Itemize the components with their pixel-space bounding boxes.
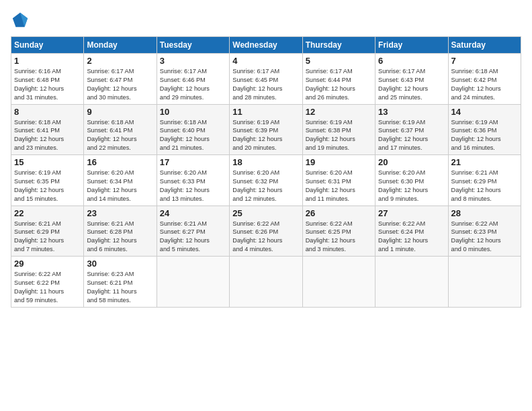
day-info: Sunrise: 6:19 AM Sunset: 6:38 PM Dayligh… <box>306 118 372 153</box>
calendar-cell: 26Sunrise: 6:22 AM Sunset: 6:25 PM Dayli… <box>302 205 375 257</box>
day-number: 23 <box>87 208 153 218</box>
day-number: 3 <box>160 56 226 66</box>
day-number: 15 <box>14 157 81 167</box>
calendar-week-row: 22Sunrise: 6:21 AM Sunset: 6:29 PM Dayli… <box>11 205 521 257</box>
day-number: 19 <box>306 157 372 167</box>
calendar-cell: 6Sunrise: 6:17 AM Sunset: 6:43 PM Daylig… <box>375 54 448 105</box>
calendar-cell <box>230 257 302 308</box>
day-header-tuesday: Tuesday <box>157 37 229 54</box>
day-header-sunday: Sunday <box>11 37 84 54</box>
calendar-cell <box>375 257 448 308</box>
day-number: 29 <box>14 259 81 269</box>
day-number: 20 <box>378 157 445 167</box>
page-container: SundayMondayTuesdayWednesdayThursdayFrid… <box>0 0 532 313</box>
day-number: 22 <box>14 208 81 218</box>
calendar-cell: 23Sunrise: 6:21 AM Sunset: 6:28 PM Dayli… <box>84 205 157 257</box>
day-number: 4 <box>232 56 299 66</box>
day-info: Sunrise: 6:19 AM Sunset: 6:37 PM Dayligh… <box>378 118 445 153</box>
day-header-wednesday: Wednesday <box>230 37 302 54</box>
day-info: Sunrise: 6:16 AM Sunset: 6:48 PM Dayligh… <box>14 67 81 102</box>
calendar-cell <box>157 257 229 308</box>
day-info: Sunrise: 6:18 AM Sunset: 6:41 PM Dayligh… <box>87 118 153 153</box>
calendar-table: SundayMondayTuesdayWednesdayThursdayFrid… <box>11 36 521 308</box>
calendar-cell: 20Sunrise: 6:20 AM Sunset: 6:30 PM Dayli… <box>375 155 448 206</box>
calendar-cell: 7Sunrise: 6:18 AM Sunset: 6:42 PM Daylig… <box>448 54 521 105</box>
calendar-cell: 16Sunrise: 6:20 AM Sunset: 6:34 PM Dayli… <box>84 155 157 206</box>
calendar-cell: 14Sunrise: 6:19 AM Sunset: 6:36 PM Dayli… <box>448 104 521 155</box>
day-info: Sunrise: 6:19 AM Sunset: 6:39 PM Dayligh… <box>232 118 299 153</box>
day-info: Sunrise: 6:20 AM Sunset: 6:32 PM Dayligh… <box>232 169 299 203</box>
day-number: 12 <box>306 107 372 117</box>
day-number: 27 <box>378 208 445 218</box>
calendar-cell: 13Sunrise: 6:19 AM Sunset: 6:37 PM Dayli… <box>375 104 448 155</box>
calendar-cell: 29Sunrise: 6:22 AM Sunset: 6:22 PM Dayli… <box>11 257 84 308</box>
day-info: Sunrise: 6:22 AM Sunset: 6:23 PM Dayligh… <box>451 220 518 255</box>
calendar-week-row: 1Sunrise: 6:16 AM Sunset: 6:48 PM Daylig… <box>11 54 521 105</box>
calendar-cell: 25Sunrise: 6:22 AM Sunset: 6:26 PM Dayli… <box>230 205 302 257</box>
day-header-saturday: Saturday <box>448 37 521 54</box>
day-number: 28 <box>451 208 518 218</box>
calendar-cell: 28Sunrise: 6:22 AM Sunset: 6:23 PM Dayli… <box>448 205 521 257</box>
calendar-cell <box>448 257 521 308</box>
calendar-cell: 2Sunrise: 6:17 AM Sunset: 6:47 PM Daylig… <box>84 54 157 105</box>
day-info: Sunrise: 6:20 AM Sunset: 6:34 PM Dayligh… <box>87 169 153 203</box>
calendar-cell: 11Sunrise: 6:19 AM Sunset: 6:39 PM Dayli… <box>230 104 302 155</box>
calendar-cell <box>302 257 375 308</box>
calendar-cell: 5Sunrise: 6:17 AM Sunset: 6:44 PM Daylig… <box>302 54 375 105</box>
calendar-cell: 22Sunrise: 6:21 AM Sunset: 6:29 PM Dayli… <box>11 205 84 257</box>
calendar-cell: 24Sunrise: 6:21 AM Sunset: 6:27 PM Dayli… <box>157 205 229 257</box>
day-info: Sunrise: 6:20 AM Sunset: 6:30 PM Dayligh… <box>378 169 445 203</box>
calendar-cell: 27Sunrise: 6:22 AM Sunset: 6:24 PM Dayli… <box>375 205 448 257</box>
day-number: 13 <box>378 107 445 117</box>
calendar-cell: 15Sunrise: 6:19 AM Sunset: 6:35 PM Dayli… <box>11 155 84 206</box>
day-info: Sunrise: 6:18 AM Sunset: 6:40 PM Dayligh… <box>160 118 226 153</box>
calendar-week-row: 29Sunrise: 6:22 AM Sunset: 6:22 PM Dayli… <box>11 257 521 308</box>
day-number: 6 <box>378 56 445 66</box>
day-info: Sunrise: 6:21 AM Sunset: 6:27 PM Dayligh… <box>160 220 226 255</box>
day-number: 5 <box>306 56 372 66</box>
day-number: 8 <box>14 107 81 117</box>
day-info: Sunrise: 6:17 AM Sunset: 6:45 PM Dayligh… <box>232 67 299 102</box>
day-number: 10 <box>160 107 226 117</box>
day-header-monday: Monday <box>84 37 157 54</box>
calendar-cell: 17Sunrise: 6:20 AM Sunset: 6:33 PM Dayli… <box>157 155 229 206</box>
day-number: 26 <box>306 208 372 218</box>
calendar-cell: 3Sunrise: 6:17 AM Sunset: 6:46 PM Daylig… <box>157 54 229 105</box>
day-info: Sunrise: 6:22 AM Sunset: 6:26 PM Dayligh… <box>232 220 299 255</box>
day-info: Sunrise: 6:22 AM Sunset: 6:25 PM Dayligh… <box>306 220 372 255</box>
day-info: Sunrise: 6:17 AM Sunset: 6:44 PM Dayligh… <box>306 67 372 102</box>
day-info: Sunrise: 6:18 AM Sunset: 6:41 PM Dayligh… <box>14 118 81 153</box>
day-info: Sunrise: 6:17 AM Sunset: 6:43 PM Dayligh… <box>378 67 445 102</box>
calendar-cell: 21Sunrise: 6:21 AM Sunset: 6:29 PM Dayli… <box>448 155 521 206</box>
day-info: Sunrise: 6:23 AM Sunset: 6:21 PM Dayligh… <box>87 270 153 305</box>
day-info: Sunrise: 6:20 AM Sunset: 6:33 PM Dayligh… <box>160 169 226 203</box>
day-info: Sunrise: 6:17 AM Sunset: 6:47 PM Dayligh… <box>87 67 153 102</box>
day-number: 2 <box>87 56 153 66</box>
day-header-thursday: Thursday <box>302 37 375 54</box>
day-info: Sunrise: 6:17 AM Sunset: 6:46 PM Dayligh… <box>160 67 226 102</box>
calendar-header-row: SundayMondayTuesdayWednesdayThursdayFrid… <box>11 37 521 54</box>
calendar-cell: 12Sunrise: 6:19 AM Sunset: 6:38 PM Dayli… <box>302 104 375 155</box>
day-number: 25 <box>232 208 299 218</box>
calendar-body: 1Sunrise: 6:16 AM Sunset: 6:48 PM Daylig… <box>11 54 521 308</box>
calendar-cell: 30Sunrise: 6:23 AM Sunset: 6:21 PM Dayli… <box>84 257 157 308</box>
logo <box>11 11 32 30</box>
day-info: Sunrise: 6:18 AM Sunset: 6:42 PM Dayligh… <box>451 67 518 102</box>
day-info: Sunrise: 6:19 AM Sunset: 6:35 PM Dayligh… <box>14 169 81 203</box>
day-info: Sunrise: 6:20 AM Sunset: 6:31 PM Dayligh… <box>306 169 372 203</box>
day-info: Sunrise: 6:22 AM Sunset: 6:24 PM Dayligh… <box>378 220 445 255</box>
calendar-week-row: 15Sunrise: 6:19 AM Sunset: 6:35 PM Dayli… <box>11 155 521 206</box>
day-number: 18 <box>232 157 299 167</box>
day-number: 14 <box>451 107 518 117</box>
calendar-cell: 19Sunrise: 6:20 AM Sunset: 6:31 PM Dayli… <box>302 155 375 206</box>
day-number: 30 <box>87 259 153 269</box>
day-number: 11 <box>232 107 299 117</box>
day-info: Sunrise: 6:21 AM Sunset: 6:28 PM Dayligh… <box>87 220 153 255</box>
day-number: 21 <box>451 157 518 167</box>
calendar-cell: 9Sunrise: 6:18 AM Sunset: 6:41 PM Daylig… <box>84 104 157 155</box>
calendar-cell: 10Sunrise: 6:18 AM Sunset: 6:40 PM Dayli… <box>157 104 229 155</box>
day-info: Sunrise: 6:19 AM Sunset: 6:36 PM Dayligh… <box>451 118 518 153</box>
calendar-cell: 18Sunrise: 6:20 AM Sunset: 6:32 PM Dayli… <box>230 155 302 206</box>
day-number: 16 <box>87 157 153 167</box>
day-number: 9 <box>87 107 153 117</box>
